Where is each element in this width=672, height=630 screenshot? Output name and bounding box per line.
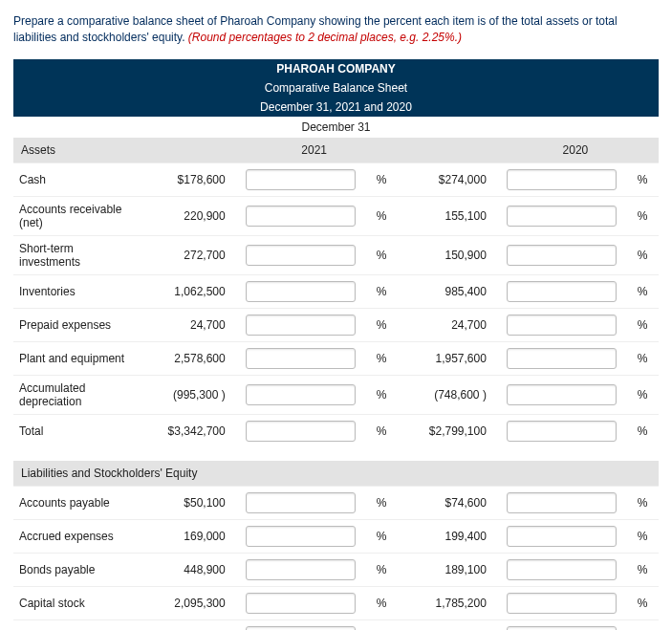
row-label: Retained earnings [13,619,136,630]
amount-2020: 189,100 [398,553,492,586]
pct-symbol: % [632,274,659,308]
pct-input-2021-cash[interactable] [246,169,356,190]
row-label: Capital stock [13,586,136,619]
pct-symbol: % [371,519,398,553]
pct-input-2020-ar[interactable] [507,206,617,227]
pct-input-2021-sti[interactable] [246,245,356,266]
amount-2021: 2,578,600 [136,341,230,375]
pct-symbol: % [632,619,659,630]
pct-symbol: % [632,375,659,414]
pct-input-2020-ae[interactable] [507,526,617,547]
pct-symbol: % [632,586,659,619]
header-dates: December 31, 2021 and 2020 [13,98,659,117]
amount-2020: 150,900 [398,235,492,274]
row-label: Accrued expenses [13,519,136,553]
amount-2020: 24,700 [398,308,492,341]
pct-symbol: % [371,274,398,308]
balance-sheet-table: PHAROAH COMPANY Comparative Balance Shee… [13,59,659,630]
pct-symbol: % [632,235,659,274]
amount-2021: (995,300 ) [136,375,230,414]
row-label: Inventories [13,274,136,308]
pct-symbol: % [371,196,398,235]
amount-2020: $74,600 [398,486,492,519]
table-row: Accounts payable $50,100 % $74,600 % [13,486,659,519]
amount-2020: 199,400 [398,519,492,553]
pct-input-2020-atot[interactable] [507,421,617,442]
pct-symbol: % [371,553,398,586]
pct-input-2020-inv[interactable] [507,281,617,302]
amount-2021: 220,900 [136,196,230,235]
pct-input-2021-ae[interactable] [246,526,356,547]
pct-input-2021-pe[interactable] [246,348,356,369]
row-label: Bonds payable [13,553,136,586]
instructions: Prepare a comparative balance sheet of P… [13,13,659,46]
amount-2021: 1,062,500 [136,274,230,308]
row-label: Accounts receivable (net) [13,196,136,235]
table-row: Retained earnings 579,400 % 550,800 % [13,619,659,630]
amount-2021: 448,900 [136,553,230,586]
pct-input-2021-ad[interactable] [246,384,356,405]
table-row: Cash $178,600 % $274,000 % [13,163,659,196]
section-liabilities-title: Liabilities and Stockholders' Equity [13,461,659,487]
amount-2020: 985,400 [398,274,492,308]
pct-input-2021-atot[interactable] [246,421,356,442]
pct-symbol: % [632,196,659,235]
pct-input-2020-bp[interactable] [507,559,617,580]
amount-2021: $50,100 [136,486,230,519]
pct-input-2021-bp[interactable] [246,559,356,580]
pct-input-2021-ap[interactable] [246,492,356,513]
pct-input-2020-ppd[interactable] [507,315,617,336]
table-row: Bonds payable 448,900 % 189,100 % [13,553,659,586]
table-row: Total $3,342,700 % $2,799,100 % [13,414,659,447]
amount-2020: 1,957,600 [398,341,492,375]
amount-2021: 2,095,300 [136,586,230,619]
amount-2020: 1,785,200 [398,586,492,619]
amount-2021: 272,700 [136,235,230,274]
instruction-emphasis: (Round percentages to 2 decimal places, … [188,31,462,44]
pct-input-2020-cash[interactable] [507,169,617,190]
pct-input-2020-ad[interactable] [507,384,617,405]
row-label: Short-term investments [13,235,136,274]
pct-input-2021-re[interactable] [246,626,356,630]
pct-input-2020-pe[interactable] [507,348,617,369]
row-label: Accounts payable [13,486,136,519]
amount-2021: $178,600 [136,163,230,196]
table-row: Accrued expenses 169,000 % 199,400 % [13,519,659,553]
pct-symbol: % [632,163,659,196]
header-company: PHAROAH COMPANY [13,59,659,78]
pct-symbol: % [632,308,659,341]
pct-symbol: % [632,486,659,519]
amount-2020: $2,799,100 [398,414,492,447]
amount-2020: $274,000 [398,163,492,196]
header-title: Comparative Balance Sheet [13,78,659,98]
table-row: Accumulated depreciation (995,300 ) % (7… [13,375,659,414]
amount-2021: 579,400 [136,619,230,630]
amount-2020: (748,600 ) [398,375,492,414]
pct-symbol: % [632,341,659,375]
pct-input-2020-re[interactable] [507,626,617,630]
pct-input-2021-ar[interactable] [246,206,356,227]
amount-2021: 169,000 [136,519,230,553]
pct-symbol: % [371,308,398,341]
table-row: Inventories 1,062,500 % 985,400 % [13,274,659,308]
pct-symbol: % [371,414,398,447]
year-2020: 2020 [492,138,659,163]
row-label: Accumulated depreciation [13,375,136,414]
pct-input-2020-cs[interactable] [507,593,617,614]
amount-2020: 155,100 [398,196,492,235]
pct-input-2021-inv[interactable] [246,281,356,302]
pct-symbol: % [371,619,398,630]
pct-symbol: % [632,553,659,586]
table-row: Capital stock 2,095,300 % 1,785,200 % [13,586,659,619]
pct-input-2020-sti[interactable] [507,245,617,266]
pct-input-2021-ppd[interactable] [246,315,356,336]
row-label-total: Total [13,414,136,447]
pct-input-2020-ap[interactable] [507,492,617,513]
pct-symbol: % [371,341,398,375]
pct-symbol: % [371,375,398,414]
section-assets-title: Assets [13,138,231,163]
year-2021: 2021 [231,138,398,163]
pct-input-2021-cs[interactable] [246,593,356,614]
table-row: Short-term investments 272,700 % 150,900… [13,235,659,274]
amount-2021: 24,700 [136,308,230,341]
